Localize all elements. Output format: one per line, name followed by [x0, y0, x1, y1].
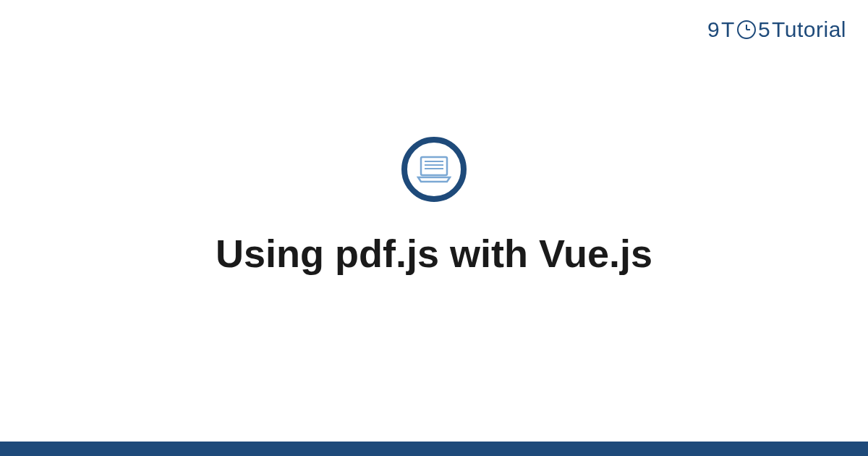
- footer-bar: [0, 442, 868, 456]
- page-title: Using pdf.js with Vue.js: [216, 231, 652, 276]
- laptop-icon: [417, 156, 451, 183]
- laptop-icon-circle: [401, 137, 467, 202]
- svg-rect-0: [421, 157, 447, 175]
- main-content: Using pdf.js with Vue.js: [0, 0, 868, 456]
